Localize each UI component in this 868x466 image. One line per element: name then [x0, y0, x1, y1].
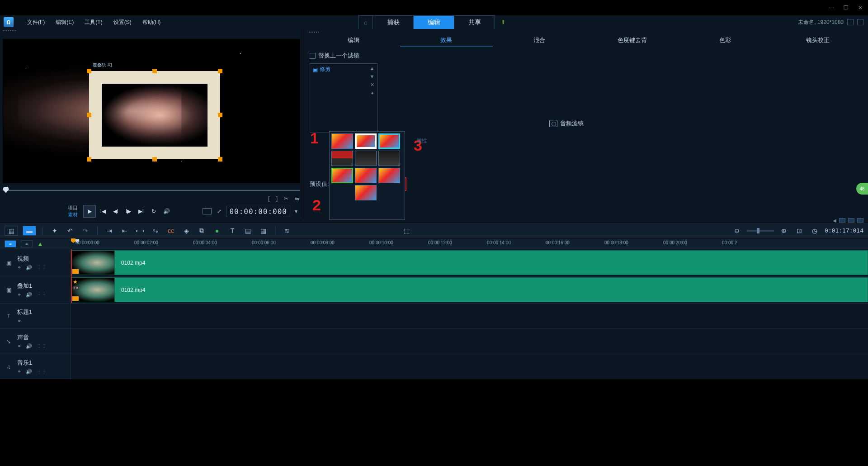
replace-filter-checkbox[interactable]	[310, 53, 316, 59]
playhead-line[interactable]	[71, 276, 72, 303]
preview-scrubber[interactable]	[3, 186, 300, 194]
scrubber-track[interactable]	[3, 190, 300, 191]
audio-filter-button[interactable]: 音频滤镜	[549, 56, 584, 191]
panel-layout-2-icon[interactable]	[848, 218, 854, 223]
volume-button[interactable]: 🔊	[161, 206, 172, 217]
preset-thumb-4[interactable]	[331, 151, 353, 166]
tool-fx2-icon[interactable]: ⬚	[401, 225, 412, 236]
tool-grid2-icon[interactable]: ▦	[258, 225, 269, 236]
clip-overlay-1[interactable]: ★ FX 0102.mp4	[71, 277, 868, 302]
filter-item-crop[interactable]: ▣ 修剪	[310, 64, 367, 75]
tool-record-icon[interactable]: ●	[212, 225, 222, 236]
upload-icon[interactable]: ⬆	[497, 15, 509, 29]
panel-collapse-icon[interactable]: ◀	[833, 218, 836, 223]
go-end-button[interactable]: ▶I	[136, 206, 146, 217]
track-body-sound[interactable]	[71, 329, 868, 354]
menu-help[interactable]: 帮助(H)	[137, 19, 166, 26]
close-button[interactable]: ✕	[855, 4, 865, 12]
go-start-button[interactable]: I◀	[98, 206, 108, 217]
track-link-icon[interactable]: ⚭	[17, 292, 21, 298]
crop-handle-bm[interactable]	[152, 157, 157, 162]
track-body-title1[interactable]	[71, 304, 868, 328]
track-mute-icon[interactable]: 🔊	[26, 343, 32, 349]
crop-handle-tm[interactable]	[152, 69, 157, 73]
crop-handle-mr[interactable]	[218, 113, 222, 117]
duration-icon[interactable]: ◷	[809, 225, 820, 236]
track-opts-icon[interactable]: ⋮⋮	[37, 369, 47, 375]
filter-favorite-icon[interactable]: ✦	[370, 90, 374, 96]
zoom-in-button[interactable]: ⊕	[778, 225, 789, 236]
tool-mark-in-icon[interactable]: ⇥	[104, 225, 115, 236]
mode-project[interactable]: 项目	[68, 204, 78, 211]
preset-thumb-10[interactable]	[355, 185, 377, 200]
preset-thumb-1[interactable]	[331, 133, 353, 149]
crop-handle-br[interactable]	[218, 157, 222, 162]
preview-viewport[interactable]	[3, 39, 300, 183]
help-badge[interactable]: 46	[856, 183, 868, 195]
panel-toggle-1-icon[interactable]	[847, 19, 854, 25]
options-tab-lens[interactable]: 镜头校正	[772, 33, 865, 47]
preset-thumb-3[interactable]	[378, 133, 400, 149]
mark-out-icon[interactable]: ]	[276, 195, 278, 202]
track-link-icon[interactable]: ⚭	[17, 265, 21, 271]
tab-edit[interactable]: 编辑	[414, 15, 454, 29]
tool-mark-out-icon[interactable]: ⇤	[119, 225, 130, 236]
timeline-view-button[interactable]: ▬	[23, 226, 36, 236]
mode-clip[interactable]: 素材	[68, 211, 78, 218]
tool-split-icon[interactable]: ⟷	[135, 225, 146, 236]
tool-motion-icon[interactable]: ≋	[282, 225, 292, 236]
timeline-ruler[interactable]: 00:00:00:00 00:00:02:00 00:00:04:00 00:0…	[71, 238, 868, 249]
track-mute-icon[interactable]: 🔊	[26, 292, 32, 298]
menu-file[interactable]: 文件(F)	[22, 19, 50, 26]
options-tab-color[interactable]: 色彩	[679, 33, 772, 47]
menu-settings[interactable]: 设置(S)	[108, 19, 137, 26]
tool-ripple-icon[interactable]: ⇆	[150, 225, 161, 236]
timecode-display[interactable]: 00:00:00:000	[226, 206, 290, 217]
menu-tools[interactable]: 工具(T)	[79, 19, 108, 26]
preset-thumb-2[interactable]	[355, 133, 377, 149]
redo-button[interactable]: ↷	[80, 225, 91, 236]
timecode-dropdown-icon[interactable]: ▾	[295, 208, 297, 214]
filter-move-up-icon[interactable]: ▲	[370, 66, 375, 71]
storyboard-view-button[interactable]: ▦	[5, 226, 18, 236]
minimize-button[interactable]: —	[826, 4, 836, 12]
display-expand-icon[interactable]: ⤢	[217, 208, 222, 214]
add-cue-icon[interactable]: ▲	[37, 240, 43, 247]
zoom-fit-button[interactable]: ⊡	[794, 225, 805, 236]
track-opts-icon[interactable]: ⋮⋮	[37, 292, 47, 298]
zoom-slider-handle[interactable]	[757, 228, 760, 233]
tool-transition-icon[interactable]: ⧉	[196, 225, 207, 236]
tool-title-icon[interactable]: T	[227, 225, 238, 236]
panel-grip-icon[interactable]	[306, 30, 321, 36]
tab-home[interactable]: ⌂	[359, 15, 373, 29]
next-frame-button[interactable]: I▶	[123, 206, 134, 217]
track-link-icon[interactable]: ⚭	[17, 318, 21, 324]
zoom-slider[interactable]	[747, 230, 774, 232]
crop-frame[interactable]	[89, 71, 220, 159]
filter-move-down-icon[interactable]: ▼	[370, 74, 375, 79]
preset-thumb-9[interactable]	[378, 168, 400, 183]
split-clip-icon[interactable]: ✂	[284, 195, 288, 202]
playhead-marker-icon[interactable]	[71, 238, 75, 243]
ruler-mode-a[interactable]: ≡	[5, 240, 16, 247]
track-link-icon[interactable]: ⚭	[17, 343, 21, 349]
track-link-icon[interactable]: ⚭	[17, 369, 21, 375]
options-tab-chroma[interactable]: 色度键去背	[586, 33, 679, 47]
panel-toggle-2-icon[interactable]	[857, 19, 863, 25]
crop-handle-ml[interactable]	[87, 113, 91, 117]
tool-grid1-icon[interactable]: ▤	[242, 225, 253, 236]
scrubber-playhead-icon[interactable]	[3, 187, 9, 193]
track-opts-icon[interactable]: ⋮⋮	[37, 343, 47, 349]
maximize-button[interactable]: ❐	[841, 4, 851, 12]
panel-grip-icon[interactable]	[0, 29, 303, 34]
crop-handle-tr[interactable]	[218, 69, 222, 73]
tab-capture[interactable]: 捕获	[373, 15, 414, 29]
tool-fx-icon[interactable]: ✦	[49, 225, 60, 236]
tool-cc-icon[interactable]: cc	[165, 225, 176, 236]
prev-frame-button[interactable]: ◀I	[110, 206, 121, 217]
preset-thumb-6[interactable]	[378, 151, 400, 166]
crop-handle-bl[interactable]	[87, 157, 91, 162]
menu-edit[interactable]: 编辑(E)	[50, 19, 79, 26]
options-tab-effect[interactable]: 效果	[400, 33, 493, 47]
panel-layout-3-icon[interactable]	[857, 218, 863, 223]
